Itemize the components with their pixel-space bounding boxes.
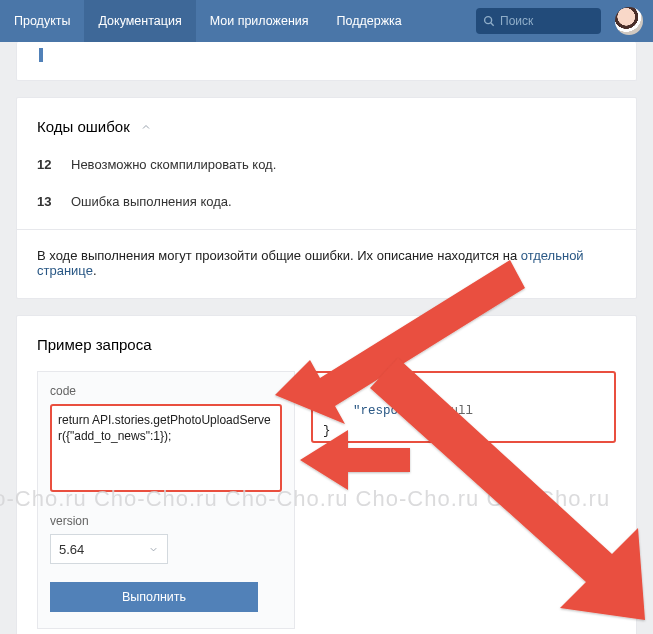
error-row: 12 Невозможно скомпилировать код. — [37, 157, 616, 172]
error-codes-card: Коды ошибок 12 Невозможно скомпилировать… — [16, 97, 637, 299]
avatar[interactable] — [615, 7, 643, 35]
error-message: Невозможно скомпилировать код. — [71, 157, 276, 172]
code-input[interactable]: return API.stories.getPhotoUploadServer(… — [50, 404, 282, 492]
version-label: version — [50, 514, 282, 528]
error-codes-heading[interactable]: Коды ошибок — [37, 118, 616, 135]
response-line: "response": null — [323, 401, 604, 421]
nav-item-0[interactable]: Продукты — [0, 0, 84, 42]
svg-point-0 — [485, 17, 492, 24]
section-marker — [39, 48, 43, 62]
error-row: 13 Ошибка выполнения кода. — [37, 194, 616, 209]
general-errors-note: В ходе выполнения могут произойти общие … — [37, 248, 616, 278]
previous-section-tail — [16, 42, 637, 81]
search-box[interactable] — [476, 8, 601, 34]
error-codes-title: Коды ошибок — [37, 118, 130, 135]
chevron-down-icon — [148, 544, 159, 555]
svg-line-1 — [491, 23, 494, 26]
note-prefix: В ходе выполнения могут произойти общие … — [37, 248, 521, 263]
version-select[interactable]: 5.64 — [50, 534, 168, 564]
error-message: Ошибка выполнения кода. — [71, 194, 232, 209]
request-pane: code return API.stories.getPhotoUploadSe… — [37, 371, 295, 629]
note-suffix: . — [93, 263, 97, 278]
search-icon — [482, 14, 496, 28]
response-brace-close: } — [323, 421, 604, 441]
code-label: code — [50, 384, 282, 398]
nav-item-1[interactable]: Документация — [84, 0, 195, 42]
example-request-card: Пример запроса code return API.stories.g… — [16, 315, 637, 634]
version-value: 5.64 — [59, 542, 84, 557]
chevron-up-icon — [140, 121, 152, 133]
top-nav: ПродуктыДокументацияМои приложенияПоддер… — [0, 0, 653, 42]
run-button[interactable]: Выполнить — [50, 582, 258, 612]
nav-item-2[interactable]: Мои приложения — [196, 0, 323, 42]
divider — [17, 229, 636, 230]
error-code: 12 — [37, 157, 71, 172]
error-code: 13 — [37, 194, 71, 209]
nav-item-3[interactable]: Поддержка — [323, 0, 416, 42]
search-input[interactable] — [500, 14, 590, 28]
example-title: Пример запроса — [37, 336, 616, 353]
response-brace-open: { — [323, 381, 604, 401]
response-pane: { "response": null } — [311, 371, 616, 443]
